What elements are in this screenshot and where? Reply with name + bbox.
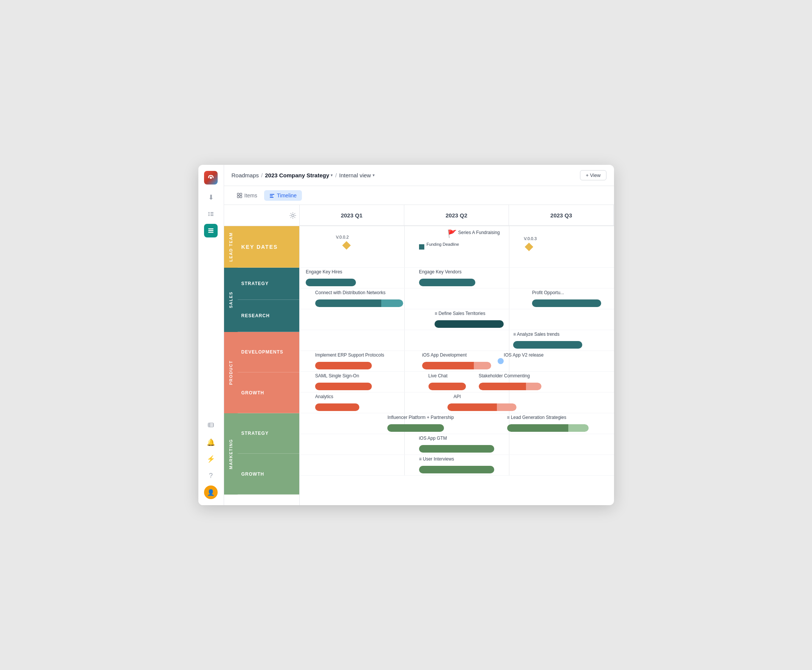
svg-rect-8: [208, 230, 213, 232]
bar-stakeholder: [479, 382, 542, 390]
bar-distribution: [315, 299, 403, 307]
label-analyze-sales: ≡ Analyze Sales trends: [513, 332, 559, 337]
label-ios-gtm: iOS App GTM: [419, 436, 447, 441]
tab-items-label: Items: [245, 193, 257, 198]
view-dropdown-icon: ▾: [373, 173, 375, 178]
timeline-icon: [269, 193, 275, 198]
product-row-1: Implement ERP Support Protocols iOS App …: [300, 351, 614, 372]
add-view-button[interactable]: + View: [580, 170, 606, 180]
svg-rect-5: [208, 215, 210, 216]
bar-engage-hires: [306, 279, 356, 286]
flag-series-a: 🚩 Series A Fundraising: [447, 229, 500, 238]
svg-rect-18: [270, 195, 273, 196]
app-window: ⬇ 🔔 ⚡: [198, 165, 614, 505]
tab-items[interactable]: Items: [231, 190, 263, 201]
label-ios-dev: iOS App Development: [422, 352, 467, 358]
label-lead-gen: ≡ Lead Generation Strategies: [507, 415, 566, 420]
sales-row-3: ≡ Define Sales Territories: [300, 309, 614, 330]
group-product-label: PRODUCT: [224, 332, 238, 413]
svg-rect-16: [240, 196, 242, 198]
breadcrumb-sep1: /: [261, 172, 263, 178]
marketing-sublabels: STRATEGY GROWTH: [238, 413, 299, 494]
toolbar: Items Timeline: [224, 186, 614, 205]
label-distribution: Connect with Distribution Networks: [315, 290, 385, 295]
svg-rect-14: [240, 193, 242, 195]
product-sublabels: DEVELOPMENTS GROWTH: [238, 332, 299, 413]
sub-strategy-marketing: STRATEGY: [238, 413, 299, 454]
label-user-interviews: ≡ User Interviews: [419, 456, 454, 462]
flash-icon[interactable]: ⚡: [204, 452, 218, 466]
key-dates-row: 🚩 Series A Fundraising V.0.0.2: [300, 226, 614, 268]
project-dropdown-icon: ▾: [331, 173, 333, 178]
svg-rect-13: [237, 193, 239, 195]
sq-funding-deadline: Funding Deadline: [419, 244, 424, 250]
svg-rect-3: [208, 214, 210, 214]
bar-live-chat: [429, 382, 466, 390]
roadmap-icon[interactable]: [204, 224, 218, 237]
svg-rect-2: [211, 212, 213, 213]
sales-row-4: ≡ Analyze Sales trends: [300, 330, 614, 351]
breadcrumb: Roadmaps / 2023 Company Strategy ▾ / Int…: [231, 172, 375, 178]
sub-growth-product: GROWTH: [238, 372, 299, 413]
svg-point-20: [292, 214, 294, 217]
product-row-3: Analytics API: [300, 393, 614, 413]
flag-icon: 🚩: [447, 229, 457, 238]
bar-engage-vendors: [419, 279, 476, 286]
label-engage-vendors: Engage Key Vendors: [419, 269, 462, 274]
help-icon[interactable]: ?: [204, 469, 218, 482]
label-profit: Profit Opportu...: [532, 290, 564, 295]
group-sales-label: SALES: [224, 268, 238, 332]
timeline-rows: 🚩 Series A Fundraising V.0.0.2: [300, 226, 614, 475]
sales-row-2: Connect with Distribution Networks Profi…: [300, 288, 614, 309]
bar-ios-gtm: [419, 445, 495, 453]
bar-ios-dev: [422, 362, 491, 369]
label-engage-hires: Engage Key Hires: [306, 269, 342, 274]
bar-api: [447, 403, 517, 411]
bar-lead-gen: [507, 424, 589, 432]
svg-rect-1: [208, 212, 210, 213]
bar-define-sales: [434, 320, 504, 328]
settings-icon[interactable]: [289, 212, 296, 219]
marketing-row-2: iOS App GTM: [300, 434, 614, 455]
timeline-area: LEAD TEAM KEY DATES SALES STRATEGY RESEA…: [224, 205, 614, 505]
label-influencer: Influencer Platform + Partnership: [387, 415, 454, 420]
breadcrumb-sep2: /: [335, 172, 337, 178]
label-define-sales: ≡ Define Sales Territories: [434, 311, 485, 316]
bell-icon[interactable]: 🔔: [204, 436, 218, 449]
svg-point-0: [210, 177, 212, 179]
row-labels: LEAD TEAM KEY DATES SALES STRATEGY RESEA…: [224, 205, 300, 505]
sales-row-1: Engage Key Hires Engage Key Vendors: [300, 268, 614, 288]
quarter-q3: 2023 Q3: [509, 205, 614, 225]
bar-user-interviews: [419, 466, 495, 474]
label-stakeholder: Stakeholder Commenting: [479, 373, 530, 379]
avatar[interactable]: 👤: [204, 486, 218, 499]
svg-rect-19: [270, 197, 273, 198]
svg-rect-4: [211, 214, 213, 214]
sidebar: ⬇ 🔔 ⚡: [198, 165, 224, 505]
svg-rect-6: [211, 215, 213, 216]
sub-developments: DEVELOPMENTS: [238, 332, 299, 372]
label-analytics: Analytics: [315, 394, 333, 399]
sales-sublabels: STRATEGY RESEARCH: [238, 268, 299, 332]
label-erp: Implement ERP Support Protocols: [315, 352, 384, 358]
group-marketing-label: MARKETING: [224, 413, 238, 494]
bar-profit: [532, 299, 601, 307]
label-saml: SAML Single Sign-On: [315, 373, 359, 379]
group-product: PRODUCT DEVELOPMENTS GROWTH: [224, 332, 299, 413]
tab-timeline-label: Timeline: [277, 193, 297, 198]
circle-milestone-ios: [498, 358, 504, 364]
download-icon[interactable]: ⬇: [204, 191, 218, 204]
tab-timeline[interactable]: Timeline: [264, 190, 302, 201]
milestone-v002-label: V.0.0.2: [336, 235, 349, 239]
header: Roadmaps / 2023 Company Strategy ▾ / Int…: [224, 165, 614, 186]
breadcrumb-root[interactable]: Roadmaps: [231, 172, 259, 178]
app-logo[interactable]: [204, 171, 218, 184]
marketing-row-1: Influencer Platform + Partnership ≡ Lead…: [300, 413, 614, 434]
breadcrumb-project[interactable]: 2023 Company Strategy ▾: [265, 172, 333, 178]
milestone-v002: [342, 241, 351, 250]
person-icon[interactable]: [204, 419, 218, 433]
list-outline-icon[interactable]: [204, 207, 218, 221]
timeline-grid: 2023 Q1 2023 Q2 2023 Q3: [300, 205, 614, 505]
svg-rect-7: [208, 228, 213, 230]
breadcrumb-view[interactable]: Internal view ▾: [339, 172, 375, 178]
